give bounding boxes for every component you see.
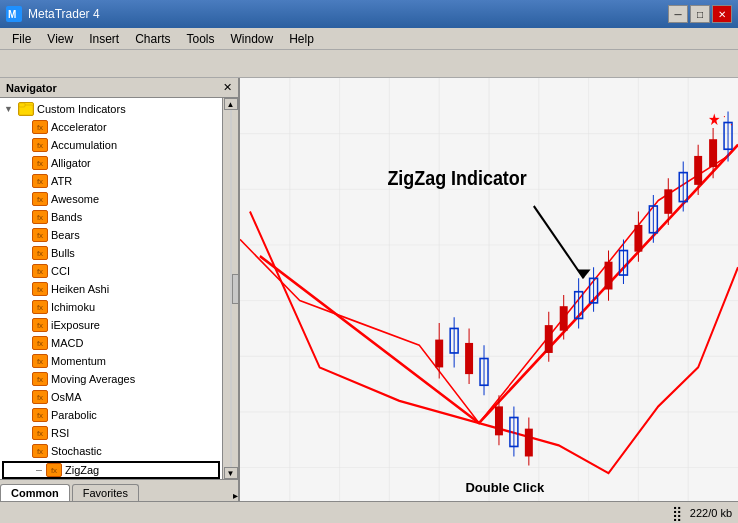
indicator-accelerator[interactable]: fx Accelerator: [0, 118, 222, 136]
indicator-ichimoku[interactable]: fx Ichimoku: [0, 298, 222, 316]
indicator-icon: fx: [32, 372, 48, 386]
minimize-button[interactable]: ─: [668, 5, 688, 23]
navigator-tree: ▼ Custom Indicators fx Accelerator fx Ac…: [0, 98, 222, 479]
indicator-icon: fx: [32, 174, 48, 188]
navigator-header: Navigator ✕: [0, 78, 238, 98]
custom-indicators-label: Custom Indicators: [37, 103, 126, 115]
svg-rect-3: [19, 103, 25, 107]
item-label: Bulls: [51, 247, 75, 259]
indicator-icon: fx: [32, 390, 48, 404]
menu-insert[interactable]: Insert: [81, 30, 127, 48]
app-icon: M: [6, 6, 22, 22]
navigator-panel: Navigator ✕ ▼ Custom Indicators fx Accel…: [0, 78, 240, 501]
item-label: iExposure: [51, 319, 100, 331]
svg-rect-32: [560, 306, 568, 330]
indicator-icon: fx: [32, 210, 48, 224]
svg-rect-30: [545, 325, 553, 353]
indicator-icon: fx: [32, 264, 48, 278]
menu-window[interactable]: Window: [223, 30, 282, 48]
navigator-tabs: Common Favorites ▸: [0, 479, 238, 501]
indicator-icon: fx: [32, 282, 48, 296]
svg-rect-26: [465, 343, 473, 374]
indicator-icon: fx: [32, 354, 48, 368]
item-label: Momentum: [51, 355, 106, 367]
indicator-iexposure[interactable]: fx iExposure: [0, 316, 222, 334]
menu-bar: File View Insert Charts Tools Window Hel…: [0, 28, 738, 50]
indicator-bears[interactable]: fx Bears: [0, 226, 222, 244]
indicator-bulls[interactable]: fx Bulls: [0, 244, 222, 262]
indicator-osma[interactable]: fx OsMA: [0, 388, 222, 406]
svg-text:·: ·: [723, 110, 726, 123]
svg-rect-50: [694, 156, 702, 185]
item-label: Bears: [51, 229, 80, 241]
svg-rect-60: [525, 429, 533, 457]
window-title: MetaTrader 4: [28, 7, 668, 21]
indicator-icon: fx: [32, 246, 48, 260]
svg-rect-38: [605, 262, 613, 290]
tab-arrow[interactable]: ▸: [233, 490, 238, 501]
item-label: Stochastic: [51, 445, 102, 457]
indicator-icon: fx: [32, 192, 48, 206]
menu-charts[interactable]: Charts: [127, 30, 178, 48]
svg-rect-42: [634, 225, 642, 252]
indicator-atr[interactable]: fx ATR: [0, 172, 222, 190]
indicator-icon: fx: [32, 120, 48, 134]
indicator-rsi[interactable]: fx RSI: [0, 424, 222, 442]
status-memory: 222/0 kb: [690, 507, 732, 519]
tab-common[interactable]: Common: [0, 484, 70, 501]
item-label: MACD: [51, 337, 83, 349]
indicator-zigzag[interactable]: fx ZigZag: [2, 461, 220, 479]
svg-rect-56: [495, 406, 503, 435]
item-label: Parabolic: [51, 409, 97, 421]
svg-rect-52: [709, 139, 717, 167]
indicator-cci[interactable]: fx CCI: [0, 262, 222, 280]
indicator-icon: fx: [46, 463, 62, 477]
tab-favorites[interactable]: Favorites: [72, 484, 139, 501]
indicator-icon: fx: [32, 444, 48, 458]
item-label: CCI: [51, 265, 70, 277]
indicator-stochastic[interactable]: fx Stochastic: [0, 442, 222, 460]
indicator-accumulation[interactable]: fx Accumulation: [0, 136, 222, 154]
item-label: ATR: [51, 175, 72, 187]
title-bar: M MetaTrader 4 ─ □ ✕: [0, 0, 738, 28]
main-layout: Navigator ✕ ▼ Custom Indicators fx Accel…: [0, 78, 738, 501]
svg-text:M: M: [8, 9, 16, 20]
custom-indicators-folder[interactable]: ▼ Custom Indicators: [0, 100, 222, 118]
menu-view[interactable]: View: [39, 30, 81, 48]
window-controls: ─ □ ✕: [668, 5, 732, 23]
svg-text:·: ·: [730, 118, 733, 131]
indicator-heiken-ashi[interactable]: fx Heiken Ashi: [0, 280, 222, 298]
toolbar: [0, 50, 738, 78]
indicator-awesome[interactable]: fx Awesome: [0, 190, 222, 208]
navigator-close-button[interactable]: ✕: [223, 81, 232, 94]
item-label: Accelerator: [51, 121, 107, 133]
close-button[interactable]: ✕: [712, 5, 732, 23]
maximize-button[interactable]: □: [690, 5, 710, 23]
indicator-icon: fx: [32, 426, 48, 440]
indicator-icon: fx: [32, 336, 48, 350]
status-bar: ⣿ 222/0 kb: [0, 501, 738, 523]
status-grid-icon: ⣿: [672, 505, 682, 521]
svg-text:★: ★: [708, 111, 720, 128]
menu-tools[interactable]: Tools: [179, 30, 223, 48]
indicator-bands[interactable]: fx Bands: [0, 208, 222, 226]
indicator-icon: fx: [32, 408, 48, 422]
indicator-macd[interactable]: fx MACD: [0, 334, 222, 352]
indicator-momentum[interactable]: fx Momentum: [0, 352, 222, 370]
item-label: OsMA: [51, 391, 82, 403]
chart-area[interactable]: ZigZag Indicator ★ · · Double Click: [240, 78, 738, 501]
indicator-icon: fx: [32, 228, 48, 242]
chart-svg: ZigZag Indicator ★ · ·: [240, 78, 738, 501]
expand-icon: ▼: [4, 104, 18, 114]
item-label: Moving Averages: [51, 373, 135, 385]
indicator-icon: fx: [32, 318, 48, 332]
svg-rect-46: [664, 189, 672, 213]
indicator-parabolic[interactable]: fx Parabolic: [0, 406, 222, 424]
indicator-icon: fx: [32, 138, 48, 152]
navigator-scrollbar[interactable]: ▲ ▼: [222, 98, 238, 479]
indicator-alligator[interactable]: fx Alligator: [0, 154, 222, 172]
menu-file[interactable]: File: [4, 30, 39, 48]
navigator-title: Navigator: [6, 82, 57, 94]
indicator-moving-averages[interactable]: fx Moving Averages: [0, 370, 222, 388]
menu-help[interactable]: Help: [281, 30, 322, 48]
